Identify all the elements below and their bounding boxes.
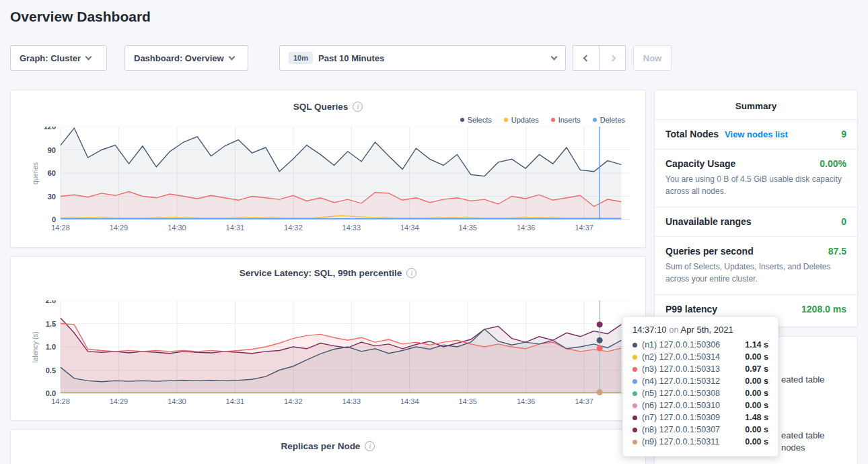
chevron-down-icon	[551, 54, 558, 61]
svg-text:14:33: 14:33	[342, 397, 361, 405]
event-item[interactable]: nodes	[781, 442, 805, 453]
tooltip-row: (n1) 127.0.0.1:50306 1.14 s	[632, 339, 768, 351]
node-color-dot-icon	[632, 416, 637, 420]
node-address: (n1) 127.0.0.1:50306	[642, 340, 720, 350]
tooltip-row: (n2) 127.0.0.1:50314 0.00 s	[632, 351, 768, 363]
summary-item: Queries per second 87.5 Sum of Selects, …	[655, 236, 857, 294]
service-latency-panel: Service Latency: SQL, 99th percentile i …	[10, 256, 646, 421]
summary-item-label: Unavailable ranges	[665, 216, 752, 227]
svg-text:14:30: 14:30	[168, 397, 186, 405]
legend-item[interactable]: Selects	[460, 116, 492, 124]
time-prev-button[interactable]	[573, 45, 600, 71]
tooltip-row: (n4) 127.0.0.1:50312 0.00 s	[632, 375, 768, 387]
svg-text:14:36: 14:36	[517, 397, 536, 405]
summary-item: Total Nodes View nodes list 9	[655, 119, 857, 149]
graph-dropdown[interactable]: Graph: Cluster	[10, 45, 107, 71]
svg-text:14:28: 14:28	[51, 224, 70, 232]
node-color-dot-icon	[632, 428, 637, 432]
tooltip-row: (n6) 127.0.0.1:50310 0.00 s	[632, 399, 768, 411]
service-latency-title: Service Latency: SQL, 99th percentile	[240, 268, 402, 278]
tooltip-row: (n7) 127.0.0.1:50309 1.48 s	[632, 411, 768, 424]
event-item[interactable]: eated table	[781, 430, 824, 440]
service-latency-chart[interactable]: 0.00.51.01.52.014:2814:2914:3014:3114:32…	[31, 300, 645, 412]
summary-panel: Summary Total Nodes View nodes list 9 Ca…	[654, 90, 858, 327]
svg-text:14:29: 14:29	[110, 397, 129, 405]
dashboard-dropdown-label: Dashboard: Overview	[134, 53, 224, 63]
summary-item-value: 0	[841, 216, 846, 227]
time-next-button[interactable]	[599, 45, 626, 71]
svg-text:14:31: 14:31	[226, 224, 245, 232]
legend-label: Updates	[511, 116, 539, 124]
y-axis-label: latency (s)	[32, 307, 39, 388]
controls-bar: Graph: Cluster Dashboard: Overview 10m P…	[0, 45, 868, 72]
svg-text:14:28: 14:28	[51, 397, 70, 405]
legend-item[interactable]: Deletes	[593, 116, 625, 124]
node-color-dot-icon	[632, 391, 637, 396]
replicas-per-node-title: Replicas per Node	[281, 441, 361, 451]
sql-queries-chart[interactable]: 030609012014:2814:2914:3014:3114:3214:33…	[31, 127, 645, 238]
info-icon[interactable]: i	[406, 268, 417, 278]
svg-text:14:34: 14:34	[400, 397, 419, 405]
svg-text:0.0: 0.0	[46, 389, 56, 397]
time-nav-group	[573, 45, 626, 71]
svg-text:0: 0	[52, 216, 56, 224]
node-latency-value: 1.48 s	[745, 413, 768, 422]
summary-item-label: Total Nodes	[665, 129, 719, 139]
event-item[interactable]: eated table	[781, 374, 824, 385]
time-range-dropdown[interactable]: 10m Past 10 Minutes	[279, 45, 566, 71]
node-address: (n7) 127.0.0.1:50309	[642, 413, 720, 422]
svg-text:0.5: 0.5	[46, 366, 56, 374]
node-address: (n2) 127.0.0.1:50314	[642, 352, 720, 362]
svg-text:14:33: 14:33	[342, 224, 361, 232]
node-latency-value: 0.97 s	[745, 364, 768, 374]
node-address: (n9) 127.0.0.1:50311	[642, 437, 719, 446]
summary-item-value: 1208.0 ms	[801, 304, 846, 314]
legend-label: Inserts	[558, 116, 581, 124]
chevron-right-icon	[609, 55, 616, 61]
sql-queries-panel: SQL Queries i Selects Updates Inserts De…	[10, 90, 646, 248]
summary-item: Capacity Usage 0.00% You are using 0 B o…	[655, 149, 857, 207]
node-latency-value: 0.00 s	[745, 352, 768, 362]
tooltip-row: (n3) 127.0.0.1:50313 0.97 s	[632, 363, 768, 375]
summary-item-value: 0.00%	[820, 158, 846, 169]
legend-item[interactable]: Inserts	[551, 116, 581, 124]
summary-item-label: Capacity Usage	[665, 158, 735, 169]
svg-text:14:32: 14:32	[284, 397, 303, 405]
sql-queries-title: SQL Queries	[293, 102, 349, 112]
summary-item-value: 87.5	[828, 246, 846, 257]
dashboard-dropdown[interactable]: Dashboard: Overview	[124, 45, 248, 71]
chart-hover-tooltip: 14:37:10 on Apr 5th, 2021 (n1) 127.0.0.1…	[622, 317, 779, 457]
info-icon[interactable]: i	[365, 441, 375, 451]
node-address: (n3) 127.0.0.1:50313	[642, 364, 720, 374]
node-color-dot-icon	[632, 440, 637, 444]
legend-label: Selects	[468, 116, 492, 124]
svg-text:2.0: 2.0	[46, 300, 56, 304]
legend-dot-icon	[504, 118, 508, 122]
summary-item-description: You are using 0 B of 4.5 GiB usable disk…	[665, 173, 846, 197]
charts-column: SQL Queries i Selects Updates Inserts De…	[10, 90, 646, 464]
page-title: Overview Dashboard	[10, 9, 151, 25]
now-button[interactable]: Now	[633, 45, 672, 71]
summary-list: Total Nodes View nodes list 9 Capacity U…	[655, 119, 857, 324]
node-color-dot-icon	[632, 403, 637, 408]
summary-item: Unavailable ranges 0	[655, 207, 857, 236]
replicas-per-node-panel: Replicas per Node i	[10, 429, 646, 464]
node-latency-value: 0.00 s	[745, 437, 768, 446]
legend-item[interactable]: Updates	[504, 116, 539, 124]
tooltip-row: (n9) 127.0.0.1:50311 0.00 s	[632, 436, 768, 448]
svg-text:14:37: 14:37	[575, 224, 593, 232]
summary-title: Summary	[655, 90, 857, 119]
node-address: (n8) 127.0.0.1:50307	[642, 425, 720, 434]
summary-item-value: 9	[841, 129, 846, 139]
info-icon[interactable]: i	[353, 102, 363, 112]
view-nodes-list-link[interactable]: View nodes list	[725, 129, 788, 139]
svg-text:14:32: 14:32	[284, 224, 303, 232]
svg-text:14:30: 14:30	[168, 224, 186, 232]
legend-dot-icon	[593, 118, 597, 122]
chevron-down-icon	[85, 54, 92, 61]
y-axis-label: queries	[32, 133, 39, 214]
time-range-badge: 10m	[289, 52, 313, 64]
svg-text:30: 30	[48, 193, 56, 201]
tooltip-row: (n5) 127.0.0.1:50308 0.00 s	[632, 387, 768, 399]
node-address: (n4) 127.0.0.1:50312	[642, 376, 720, 386]
